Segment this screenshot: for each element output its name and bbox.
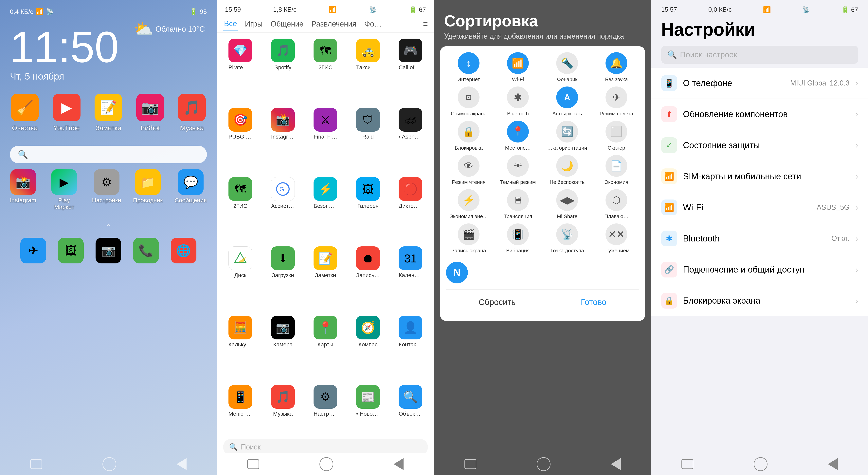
app-memos[interactable]: 📝	[313, 246, 337, 270]
app-insta[interactable]: 📸	[271, 108, 295, 131]
tab-social[interactable]: Общение	[270, 18, 305, 30]
dock-icon-files[interactable]: 📁	[135, 169, 161, 195]
app-calc[interactable]: 🧮	[228, 316, 252, 339]
app-gallery[interactable]: 🖼	[356, 177, 380, 201]
list-item[interactable]: 📍 Карты	[306, 316, 345, 381]
settings-item-sim[interactable]: 📶 SIM-карты и мобильные сети ›	[651, 161, 868, 192]
qs-bluetooth[interactable]: ✱ Bluetooth	[495, 87, 540, 117]
dock-chrome[interactable]: 🌐	[171, 238, 196, 263]
qs-vibration[interactable]: 📳 Вибрация	[495, 224, 540, 254]
qs-btn-extra[interactable]: ✕✕	[606, 224, 627, 245]
list-item[interactable]: ⚡ Безопасн…	[306, 177, 345, 242]
app-pubg[interactable]: 🎯	[228, 108, 252, 131]
qs-dark[interactable]: ☀ Темный режим	[495, 155, 540, 185]
qs-location[interactable]: 📍 Местопо…	[495, 121, 540, 151]
app-taxi[interactable]: 🚕	[356, 38, 380, 62]
dock-icon-chrome[interactable]: 🌐	[171, 238, 196, 263]
settings-item-about[interactable]: 📱 О телефоне MIUI Global 12.0.3 ›	[651, 68, 868, 99]
app-drive[interactable]	[228, 246, 252, 270]
qs-btn-screenshot[interactable]: ⊡	[458, 87, 479, 108]
list-item[interactable]: 🔴 Диктофон	[391, 177, 430, 242]
list-item[interactable]: 🗺 2ГИС	[306, 38, 345, 104]
dock-phone[interactable]: 📞	[133, 238, 159, 263]
app-icon-notes[interactable]: 📝	[95, 94, 122, 121]
app-contacts[interactable]: 👤	[399, 316, 422, 339]
nav-recent-3[interactable]	[611, 458, 621, 470]
qs-scanner[interactable]: ⬜ Сканер	[594, 121, 639, 151]
qs-btn-vibration[interactable]: 📳	[507, 224, 529, 245]
qs-btn-bluetooth[interactable]: ✱	[507, 87, 529, 108]
settings-item-wifi[interactable]: 📶 Wi-Fi ASUS_5G ›	[651, 192, 868, 223]
qs-mishare[interactable]: ◀▶ Mi Share	[545, 189, 590, 219]
qs-wifi[interactable]: 📶 Wi-Fi	[495, 52, 540, 83]
app-finalfight[interactable]: ⚔	[313, 108, 337, 131]
qs-done-btn[interactable]: Готово	[565, 294, 622, 311]
dock-icon-messages[interactable]: 💬	[178, 169, 204, 195]
dock-telegram[interactable]: ✈	[20, 238, 46, 263]
nav-recent-4[interactable]	[828, 458, 838, 470]
nav-back-3[interactable]	[464, 459, 476, 469]
tab-more[interactable]: Фо…	[363, 18, 383, 30]
nav-back-2[interactable]	[247, 459, 259, 469]
list-item[interactable]: 🎵 Spotify	[264, 38, 302, 104]
dock-play[interactable]: ▶ Play Маркет	[48, 169, 80, 210]
app-spotify[interactable]: 🎵	[271, 38, 295, 62]
settings-item-lockscreen[interactable]: 🔒 Блокировка экрана ›	[651, 285, 868, 316]
qs-economy[interactable]: 📄 Экономия	[594, 155, 639, 185]
qs-btn-dnd[interactable]: 🌙	[556, 155, 578, 177]
list-item[interactable]: 🏎 • Asphalt…	[391, 108, 430, 173]
list-item[interactable]: ⚔ Final Fight…	[306, 108, 345, 173]
app-camera[interactable]: 📷	[271, 316, 295, 339]
drawer-menu-icon[interactable]: ≡	[423, 19, 428, 29]
settings-item-connection[interactable]: 🔗 Подключение и общий доступ ›	[651, 254, 868, 285]
nav-home-3[interactable]	[537, 457, 551, 471]
app-2gis[interactable]: 🗺	[313, 38, 337, 62]
list-item[interactable]: 🎮 Call of Duty	[391, 38, 430, 104]
dock-instagram[interactable]: 📸 Instagram	[10, 169, 36, 210]
qs-mute[interactable]: 🔔 Без звука	[594, 52, 639, 83]
settings-item-bluetooth[interactable]: ✱ Bluetooth Откл. ›	[651, 223, 868, 254]
qs-cast[interactable]: 🖥 Трансляция	[495, 189, 540, 219]
dock-files[interactable]: 📁 Проводник	[133, 169, 163, 210]
dock-gallery[interactable]: 🖼	[58, 238, 84, 263]
app-security[interactable]: ⚡	[313, 177, 337, 201]
qs-btn-mute[interactable]: 🔔	[606, 52, 627, 74]
list-item[interactable]: 🎯 PUBG MO…	[221, 108, 260, 173]
qs-btn-airplane[interactable]: ✈	[606, 87, 627, 108]
qs-btn-mishare[interactable]: ◀▶	[556, 189, 578, 211]
qs-btn-economy[interactable]: 📄	[606, 155, 627, 177]
list-item[interactable]: 🗺 2ГИС	[221, 177, 260, 242]
app-recorder[interactable]: 🔴	[399, 177, 422, 201]
qs-internet[interactable]: ↕ Интернет	[446, 52, 491, 83]
app-calendar[interactable]: 31	[399, 246, 422, 270]
list-item[interactable]: 31 Календарь	[391, 246, 430, 312]
tab-all[interactable]: Все	[223, 18, 238, 30]
list-item[interactable]: 📷 Камера	[264, 316, 302, 381]
app-icon-inshot[interactable]: 📷	[136, 94, 164, 121]
nav-recent-1[interactable]	[177, 458, 187, 470]
dock-icon-telegram[interactable]: ✈	[20, 238, 46, 263]
dock-settings[interactable]: ⚙ Настройки	[92, 169, 121, 210]
qs-flashlight[interactable]: 🔦 Фонарик	[545, 52, 590, 83]
qs-btn-lock[interactable]: 🔒	[458, 121, 479, 143]
qs-btn-float[interactable]: ⬡	[606, 189, 627, 211]
dock-icon-gallery[interactable]: 🖼	[58, 238, 84, 263]
dock-icon-instagram[interactable]: 📸	[10, 169, 36, 195]
app-downloads[interactable]: ⬇	[271, 246, 295, 270]
dock-messages[interactable]: 💬 Сообщения	[175, 169, 207, 210]
qs-btn-rotate[interactable]: 🔄	[556, 121, 578, 143]
qs-reset-btn[interactable]: Сбросить	[463, 294, 531, 311]
qs-btn-hotspot[interactable]: 📡	[556, 224, 578, 245]
nav-home-2[interactable]	[319, 457, 333, 471]
qs-add-item[interactable]: N	[446, 258, 468, 287]
qs-btn-reading[interactable]: 👁	[458, 155, 479, 177]
qs-btn-scanner[interactable]: ⬜	[606, 121, 627, 143]
nav-home-4[interactable]	[754, 457, 768, 471]
app-screenrec[interactable]: ⏺	[356, 246, 380, 270]
qs-lock[interactable]: 🔒 Блокировка	[446, 121, 491, 151]
app-lens[interactable]: 🔍	[399, 385, 422, 409]
app-pirate[interactable]: 💎	[228, 38, 252, 62]
qs-float[interactable]: ⬡ Плаваю…	[594, 189, 639, 219]
nav-back-1[interactable]	[30, 459, 42, 469]
app-inshot[interactable]: 📷 InShot	[135, 94, 165, 132]
